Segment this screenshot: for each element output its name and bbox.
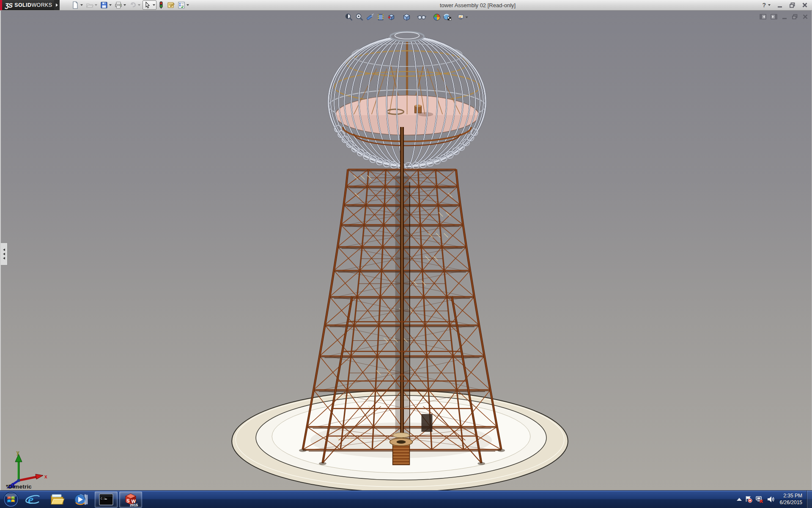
standard-toolbar [71,0,190,10]
save-icon [100,1,108,9]
dropdown-arrow[interactable] [138,4,140,6]
view-orientation-icon [387,13,395,22]
dropdown-arrow[interactable] [109,4,112,6]
hide-show-items-button[interactable] [416,12,427,22]
taskbar-file-explorer[interactable] [46,491,69,508]
document-restore-button[interactable] [792,14,798,19]
dropdown-arrow[interactable] [768,4,771,6]
minimize-button[interactable] [777,2,783,8]
previous-view-icon [365,13,374,22]
interference-check-button[interactable] [158,1,165,9]
titlebar: ƷS SOLIDWORKS [0,0,812,11]
collapsed-panel-tab[interactable] [1,243,8,265]
zoom-to-fit-icon [344,13,353,22]
print-button[interactable] [114,1,127,9]
select-cursor-icon [144,1,151,9]
close-button[interactable] [802,2,808,8]
network-status-icon[interactable] [756,496,764,503]
comment-note-icon [167,1,175,9]
dropdown-arrow[interactable] [465,17,468,18]
start-button[interactable] [3,491,19,508]
brand-name: SOLIDWORKS [14,2,52,8]
open-folder-icon [86,1,93,9]
taskbar-clock[interactable]: 2:35 PM 6/26/2015 [780,493,802,506]
appearance-sphere-icon [432,13,441,22]
right-arrow-icon [56,3,58,7]
design-checker-button[interactable] [177,1,190,9]
new-document-button[interactable] [71,1,84,9]
model-viewport[interactable]: y x *Dimetric [0,11,812,490]
window-controls: ? [762,0,808,10]
section-view-button[interactable] [375,12,386,22]
comment-button[interactable] [166,1,176,9]
save-button[interactable] [99,1,112,9]
taskbar-command-prompt[interactable]: C:\ [95,491,118,508]
document-minimize-button[interactable] [782,14,787,19]
new-document-icon [71,1,79,9]
zoom-to-area-icon [355,13,364,22]
edit-appearance-button[interactable] [431,12,442,22]
dropdown-arrow[interactable] [95,4,97,6]
svg-text:y: y [16,450,19,456]
show-hidden-icons-button[interactable] [737,498,742,501]
undo-icon [129,1,137,9]
windows-start-icon [3,491,19,508]
solidworks-window: ƷS SOLIDWORKS [0,0,812,508]
view-settings-icon [457,13,464,22]
eyeglasses-icon [417,13,426,22]
view-settings-button[interactable] [457,12,468,22]
help-icon: ? [762,2,766,8]
taskbar-solidworks[interactable]: S W 2015 [119,491,142,508]
apply-scene-icon [443,13,452,22]
select-button[interactable] [143,0,156,10]
undo-button[interactable] [128,1,141,9]
zoom-to-area-button[interactable] [354,12,365,22]
menu-expand-arrow[interactable] [54,0,60,10]
tower-assembly-model[interactable] [1,11,812,490]
zoom-to-fit-button[interactable] [343,12,354,22]
document-window-controls [760,14,808,19]
left-arrow-icon [3,248,5,251]
clock-date: 6/26/2015 [780,500,802,506]
volume-icon[interactable] [767,496,775,503]
heads-up-toolbar [343,12,468,22]
apply-scene-button[interactable] [442,12,453,22]
dropdown-arrow[interactable] [80,4,83,6]
taskbar-internet-explorer[interactable]: e [21,491,44,508]
display-style-button[interactable] [401,12,411,22]
section-view-icon [376,13,385,22]
svg-text:C:\: C:\ [101,497,106,500]
show-desktop-button[interactable] [807,491,812,508]
left-arrow-icon [3,257,5,260]
document-close-button[interactable] [802,14,808,19]
solidworks-logo: ƷS SOLIDWORKS [0,0,54,10]
restore-button[interactable] [789,2,796,8]
folder-icon [49,493,65,506]
internet-explorer-icon: e [25,492,40,507]
collapse-pane-left-button[interactable] [760,14,766,19]
help-button[interactable]: ? [762,2,771,8]
window-title: tower Assembly 02 [Read-only] [440,0,516,10]
svg-text:x: x [44,474,47,480]
media-player-icon [74,492,89,507]
dropdown-arrow[interactable] [123,4,126,6]
dropdown-arrow[interactable] [187,4,189,6]
view-orientation-button[interactable] [386,12,396,22]
dropdown-arrow[interactable] [153,4,155,6]
taskbar-media-player[interactable] [70,491,93,508]
open-button[interactable] [85,1,98,9]
traffic-light-icon [159,1,164,9]
command-prompt-icon: C:\ [99,494,113,505]
taskbar: e [0,490,812,508]
previous-view-button[interactable] [365,12,375,22]
svg-text:S: S [126,498,129,503]
checklist-icon [178,1,185,9]
action-center-icon[interactable] [745,496,752,503]
print-icon [115,1,122,9]
collapse-pane-right-button[interactable] [771,14,777,19]
system-tray: 2:35 PM 6/26/2015 [737,493,802,506]
left-arrow-icon [3,253,5,255]
svg-text:2015: 2015 [130,503,138,507]
solidworks-2015-icon: S W 2015 [123,492,139,507]
ds-logo-icon: ƷS [5,2,13,9]
